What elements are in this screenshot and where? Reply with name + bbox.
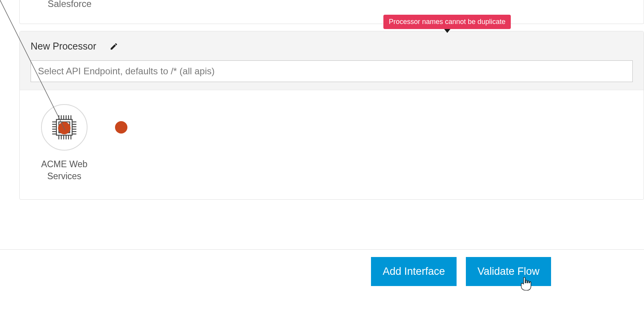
- add-interface-button[interactable]: Add Interface: [371, 257, 457, 286]
- processor-card: New Processor: [19, 31, 644, 200]
- salesforce-card: Salesforce: [19, 0, 644, 24]
- service-label: ACME Web Services: [31, 158, 97, 182]
- service-circle: [41, 104, 88, 151]
- validate-flow-button[interactable]: Validate Flow: [466, 257, 551, 286]
- service-status-dot: [58, 122, 70, 134]
- footer-buttons: Add Interface Validate Flow: [371, 257, 551, 286]
- service-item-acme[interactable]: ACME Web Services: [31, 104, 97, 182]
- processor-title-row: New Processor: [31, 41, 633, 52]
- processor-title: New Processor: [31, 41, 96, 52]
- edit-icon[interactable]: [110, 42, 118, 51]
- error-tooltip: Processor names cannot be duplicate: [383, 15, 511, 29]
- processor-header: New Processor: [20, 31, 644, 90]
- processor-body: ACME Web Services: [20, 90, 644, 199]
- connector-dot[interactable]: [115, 121, 127, 134]
- footer-divider: [0, 249, 644, 250]
- error-tooltip-text: Processor names cannot be duplicate: [389, 18, 505, 26]
- salesforce-label: Salesforce: [48, 0, 91, 9]
- api-endpoint-input[interactable]: [31, 60, 633, 82]
